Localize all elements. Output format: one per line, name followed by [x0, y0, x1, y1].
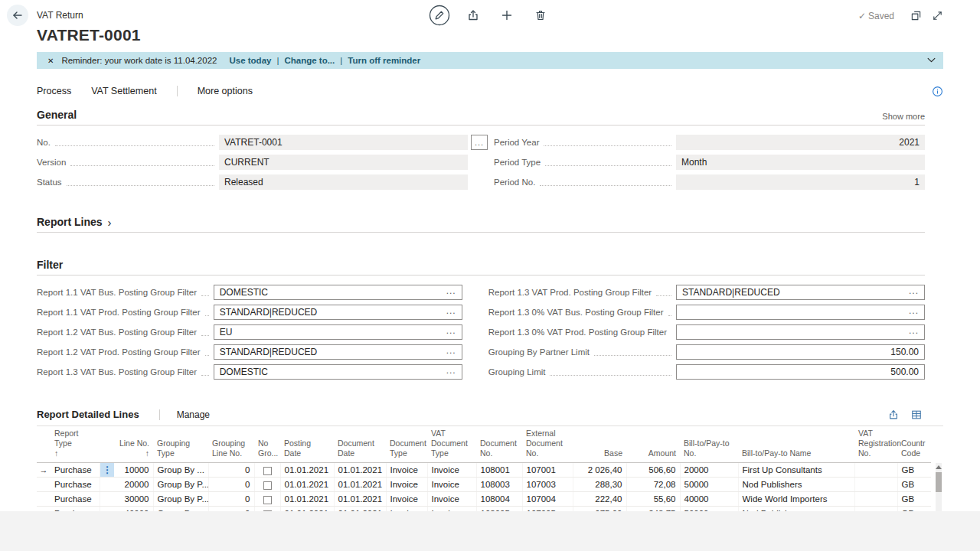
- cell-document_no[interactable]: 108001: [476, 463, 522, 478]
- cell-vat_registration_no[interactable]: [854, 463, 897, 478]
- menu-item-vat-settlement[interactable]: VAT Settlement: [91, 86, 156, 96]
- table-row[interactable]: Purchase20000Group By P...001.01.202101.…: [37, 478, 931, 492]
- lookup-button[interactable]: ...: [909, 325, 919, 336]
- cell-document_type[interactable]: Invoice: [386, 478, 427, 492]
- cell-document_date[interactable]: 01.01.2021: [334, 507, 386, 511]
- cell-no_grouping[interactable]: [254, 507, 280, 511]
- column-header-vat_registration_no[interactable]: VAT Registration No.: [854, 426, 897, 463]
- cell-grouping_line_no[interactable]: 0: [208, 507, 254, 511]
- cell-country_code[interactable]: GB: [897, 478, 931, 492]
- popout-button[interactable]: [910, 9, 922, 21]
- cell-external_document_no[interactable]: 107004: [522, 492, 573, 507]
- cell-document_type[interactable]: Invoice: [386, 492, 427, 507]
- cell-line_no[interactable]: 10000: [115, 463, 153, 478]
- cell-document_date[interactable]: 01.01.2021: [334, 478, 386, 492]
- edit-button[interactable]: [428, 4, 451, 27]
- cell-bill_to_name[interactable]: Wide World Importers: [738, 492, 854, 507]
- scrollbar-up-icon[interactable]: [936, 465, 942, 469]
- column-header-amount[interactable]: Amount: [626, 426, 680, 463]
- column-header-country_code[interactable]: Countr Code: [897, 426, 931, 463]
- column-header-line_no[interactable]: Line No. ↑: [115, 426, 153, 463]
- general-section-header[interactable]: General Show more: [37, 109, 925, 126]
- cell-base[interactable]: 2 026,40: [573, 463, 626, 478]
- cell-document_no[interactable]: 108003: [476, 478, 522, 492]
- table-row[interactable]: →Purchase⋮10000Group By ...001.01.202101…: [37, 463, 931, 478]
- cell-vat_document_type[interactable]: Invoice: [427, 478, 476, 492]
- notification-action-change-to[interactable]: Change to...: [284, 56, 335, 65]
- cell-no_grouping[interactable]: [254, 463, 280, 478]
- column-header-document_no[interactable]: Document No.: [476, 426, 522, 463]
- cell-amount[interactable]: 72,08: [626, 478, 680, 492]
- cell-base[interactable]: 222,40: [573, 492, 626, 507]
- cell-base[interactable]: 975,00: [573, 507, 626, 511]
- cell-external_document_no[interactable]: 107003: [522, 478, 573, 492]
- manage-menu[interactable]: Manage: [177, 409, 210, 420]
- cell-grouping_type[interactable]: Group By ...: [153, 507, 208, 511]
- cell-amount[interactable]: 506,60: [626, 463, 680, 478]
- cell-report_type[interactable]: Purchase: [51, 463, 100, 478]
- cell-posting_date[interactable]: 01.01.2021: [280, 492, 334, 507]
- cell-report_type[interactable]: Purchase: [51, 478, 100, 492]
- cell-vat_document_type[interactable]: Invoice: [427, 507, 476, 511]
- cell-no_grouping[interactable]: [254, 492, 280, 507]
- cell-vat_document_type[interactable]: Invoice: [427, 463, 476, 478]
- info-button[interactable]: [932, 86, 943, 97]
- lookup-button[interactable]: ...: [909, 285, 919, 296]
- cell-document_no[interactable]: 108004: [476, 492, 522, 507]
- scrollbar-thumb[interactable]: [936, 472, 942, 492]
- field-value[interactable]: EU...: [214, 324, 462, 340]
- chevron-down-icon[interactable]: [927, 57, 936, 63]
- no-grouping-checkbox[interactable]: [263, 467, 272, 475]
- column-header-document_type[interactable]: Document Type: [386, 426, 427, 463]
- cell-line_no[interactable]: 30000: [115, 492, 153, 507]
- lookup-button[interactable]: ...: [446, 305, 456, 316]
- notification-action-use-today[interactable]: Use today: [229, 56, 271, 65]
- cell-amount[interactable]: 55,60: [626, 492, 680, 507]
- field-value[interactable]: STANDARD|REDUCED...: [676, 285, 925, 300]
- menu-item-more-options[interactable]: More options: [198, 86, 253, 96]
- lookup-button[interactable]: ...: [446, 345, 456, 356]
- no-grouping-checkbox[interactable]: [263, 496, 272, 504]
- cell-grouping_type[interactable]: Group By ...: [153, 463, 208, 478]
- column-header-report_type[interactable]: Report Type ↑: [51, 426, 100, 463]
- cell-country_code[interactable]: GB: [897, 463, 931, 478]
- cell-document_date[interactable]: 01.01.2021: [334, 492, 386, 507]
- cell-amount[interactable]: 243,75: [626, 507, 680, 511]
- field-value[interactable]: ...: [676, 305, 925, 320]
- delete-button[interactable]: [529, 4, 552, 27]
- cell-grouping_type[interactable]: Group By P...: [153, 478, 208, 492]
- cell-base[interactable]: 288,30: [573, 478, 626, 492]
- cell-document_type[interactable]: Invoice: [386, 463, 427, 478]
- field-value[interactable]: ...: [676, 324, 925, 340]
- column-header-posting_date[interactable]: Posting Date: [280, 426, 334, 463]
- column-header-base[interactable]: Base: [573, 426, 626, 463]
- cell-grouping_line_no[interactable]: 0: [208, 492, 254, 507]
- cell-bill_to_no[interactable]: 50000: [680, 507, 738, 511]
- cell-vat_document_type[interactable]: Invoice: [427, 492, 476, 507]
- report-lines-section-header[interactable]: Report Lines ›: [37, 216, 925, 233]
- cell-grouping_type[interactable]: Group By P...: [153, 492, 208, 507]
- cell-vat_registration_no[interactable]: [854, 507, 897, 511]
- table-row[interactable]: Purchase40000Group By ...001.01.202101.0…: [37, 507, 931, 511]
- cell-bill_to_name[interactable]: Nod Publishers: [738, 478, 854, 492]
- cell-line_no[interactable]: 40000: [115, 507, 153, 511]
- resize-button[interactable]: [931, 9, 943, 21]
- column-header-external_document_no[interactable]: External Document No.: [522, 426, 573, 463]
- field-value[interactable]: 500.00: [676, 364, 925, 380]
- column-header-no_grouping[interactable]: No Gro...: [254, 426, 280, 463]
- field-value[interactable]: STANDARD|REDUCED...: [214, 344, 462, 360]
- show-more-link[interactable]: Show more: [882, 112, 925, 121]
- cell-bill_to_no[interactable]: 20000: [680, 463, 738, 478]
- menu-item-process[interactable]: Process: [37, 86, 71, 96]
- no-grouping-checkbox[interactable]: [263, 510, 272, 511]
- column-header-bill_to_no[interactable]: Bill-to/Pay-to No.: [680, 426, 738, 463]
- cell-country_code[interactable]: GB: [897, 492, 931, 507]
- cell-posting_date[interactable]: 01.01.2021: [280, 463, 334, 478]
- close-icon[interactable]: ✕: [47, 57, 54, 65]
- back-button[interactable]: [7, 5, 28, 26]
- column-header-grouping_type[interactable]: Grouping Type: [153, 426, 208, 463]
- field-value[interactable]: STANDARD|REDUCED...: [214, 305, 462, 320]
- cell-bill_to_name[interactable]: First Up Consultants: [738, 463, 854, 478]
- field-value[interactable]: 150.00: [676, 344, 925, 360]
- lookup-button[interactable]: ...: [909, 305, 919, 316]
